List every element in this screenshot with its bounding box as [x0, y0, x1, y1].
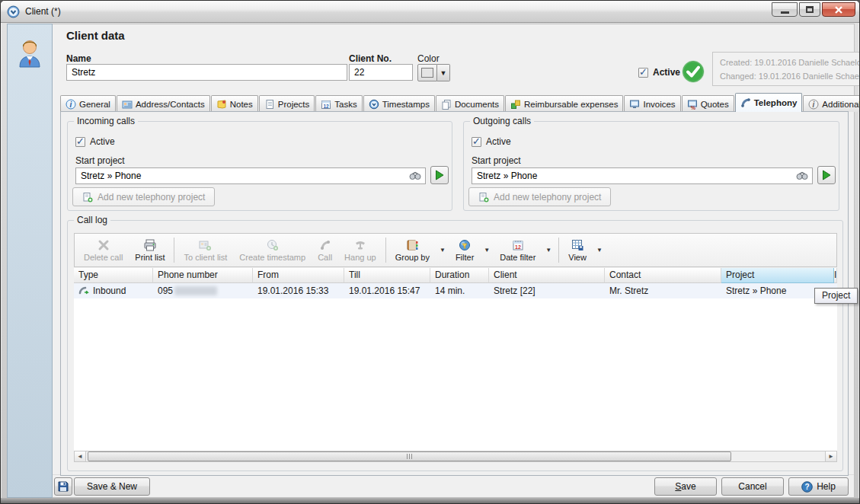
tab-tasks[interactable]: 12 Tasks	[315, 95, 362, 112]
minimize-button[interactable]	[772, 2, 798, 17]
create-timestamp-button[interactable]: Create timestamp	[233, 235, 312, 265]
view-button[interactable]: View	[562, 235, 593, 265]
filter-dropdown-arrow[interactable]: ▼	[480, 247, 494, 254]
column-header-contact[interactable]: Contact	[605, 268, 721, 283]
group-by-dropdown-arrow[interactable]: ▼	[436, 247, 449, 254]
lookup-binoculars-icon[interactable]	[409, 171, 421, 180]
scroll-right-arrow[interactable]: ►	[825, 451, 836, 461]
quick-save-button[interactable]	[54, 477, 72, 496]
tab-telephony[interactable]: Telephony	[735, 93, 803, 112]
column-header-from[interactable]: From	[253, 268, 344, 283]
incoming-add-telephony-project-button[interactable]: Add new telephony project	[72, 187, 215, 206]
tab-notes[interactable]: Notes	[211, 95, 258, 112]
project-page-icon	[264, 99, 275, 110]
incoming-start-project-input[interactable]	[75, 167, 426, 184]
toolbar-label: Print list	[135, 253, 165, 262]
tab-label: General	[79, 100, 110, 109]
floppy-disk-icon	[57, 480, 69, 493]
maximize-button[interactable]	[799, 2, 820, 17]
tab-label: Telephony	[754, 98, 798, 107]
table-row[interactable]: Inbound 095 19.01.2016 15:33 19.01.2016 …	[74, 283, 837, 298]
date-filter-button[interactable]: 12 Date filter	[494, 235, 542, 265]
tab-timestamps[interactable]: Timestamps	[363, 95, 435, 112]
outgoing-start-project-input[interactable]	[472, 167, 813, 184]
filter-icon	[459, 239, 471, 251]
call-log-title: Call log	[74, 215, 110, 225]
column-header-phone-number[interactable]: Phone number	[153, 268, 253, 283]
client-dialog-window: Client (*) Client data Name Client No.	[0, 0, 860, 504]
incoming-start-project-play-button[interactable]	[430, 166, 449, 184]
tab-additional[interactable]: i Additional	[803, 95, 860, 112]
titlebar[interactable]: Client (*)	[1, 1, 859, 23]
tab-address-contacts[interactable]: Address/Contacts	[117, 95, 210, 112]
column-header-duration[interactable]: Duration	[430, 268, 489, 283]
cancel-button[interactable]: Cancel	[721, 477, 784, 496]
documents-icon	[441, 99, 452, 110]
tab-general[interactable]: i General	[60, 95, 116, 112]
save-and-new-button[interactable]: Save & New	[74, 477, 150, 496]
delete-call-icon	[98, 239, 110, 251]
color-swatch-button[interactable]	[417, 64, 437, 81]
window-icon	[7, 5, 20, 18]
column-header-client[interactable]: Client	[489, 268, 605, 283]
view-dropdown-arrow[interactable]: ▼	[593, 247, 606, 254]
add-document-icon	[478, 192, 489, 203]
incoming-calls-title: Incoming calls	[74, 116, 138, 126]
quotes-icon: %	[687, 99, 698, 110]
name-label: Name	[66, 53, 91, 64]
help-button[interactable]: ? Help	[788, 477, 849, 496]
delete-call-button[interactable]: Delete call	[78, 235, 129, 265]
column-header-type[interactable]: Type	[74, 268, 153, 283]
save-button[interactable]: Save	[654, 477, 717, 496]
tab-label: Additional	[822, 100, 860, 109]
scrollbar-track[interactable]	[86, 451, 825, 461]
column-header-project[interactable]: Project	[721, 268, 834, 283]
cell-type: Inbound	[74, 283, 153, 298]
tab-invoices[interactable]: Invoices	[624, 95, 680, 112]
column-header-partial[interactable]: I	[834, 268, 837, 283]
to-client-list-button[interactable]: To client list	[177, 235, 233, 265]
name-input[interactable]	[66, 64, 347, 81]
outgoing-active-label: Active	[486, 136, 511, 147]
svg-text:i: i	[70, 100, 72, 108]
color-dropdown[interactable]: ▼	[417, 64, 450, 81]
incoming-active-checkbox[interactable]	[75, 137, 85, 147]
outgoing-active-checkbox[interactable]	[472, 137, 481, 147]
close-button[interactable]	[822, 2, 855, 17]
svg-text:12: 12	[515, 244, 521, 249]
call-button[interactable]: Call	[312, 235, 338, 265]
scroll-left-arrow[interactable]: ◄	[75, 451, 86, 461]
print-list-button[interactable]: Print list	[129, 235, 171, 265]
horizontal-scrollbar[interactable]: ◄ ►	[74, 451, 837, 462]
hang-up-button[interactable]: Hang up	[338, 235, 382, 265]
tab-projects[interactable]: Projects	[259, 95, 315, 112]
outgoing-calls-group: Outgoing calls Active Start project	[463, 121, 839, 211]
toolbar-label: Group by	[395, 253, 430, 262]
outgoing-start-project-play-button[interactable]	[817, 166, 836, 184]
client-no-input[interactable]	[349, 64, 413, 81]
lookup-binoculars-icon[interactable]	[796, 171, 808, 180]
help-icon: ?	[801, 481, 813, 493]
tab-reimbursable-expenses[interactable]: Reimbursable expenses	[505, 95, 623, 112]
tab-documents[interactable]: Documents	[436, 95, 504, 112]
created-text: Created: 19.01.2016 Danielle Schaelchli	[720, 56, 860, 69]
date-filter-dropdown-arrow[interactable]: ▼	[542, 247, 555, 254]
tab-quotes[interactable]: % Quotes	[682, 95, 734, 112]
toolbar-label: View	[568, 253, 587, 262]
color-dropdown-arrow[interactable]: ▼	[437, 64, 450, 81]
toolbar-label: Delete call	[84, 253, 123, 262]
active-checkbox[interactable]	[638, 68, 648, 78]
color-label: Color	[417, 53, 440, 64]
maximize-icon	[806, 6, 814, 13]
filter-button[interactable]: Filter	[449, 235, 480, 265]
outgoing-start-project-label: Start project	[472, 155, 521, 166]
outgoing-add-telephony-project-button[interactable]: Add new telephony project	[468, 187, 611, 206]
column-header-till[interactable]: Till	[344, 268, 430, 283]
active-check-badge-icon	[682, 60, 705, 83]
play-icon	[822, 170, 831, 180]
call-icon	[319, 239, 331, 251]
tab-label: Reimbursable expenses	[524, 100, 618, 109]
incoming-active-label: Active	[90, 136, 115, 147]
group-by-button[interactable]: Group by	[389, 235, 436, 265]
scrollbar-thumb[interactable]	[88, 451, 731, 461]
